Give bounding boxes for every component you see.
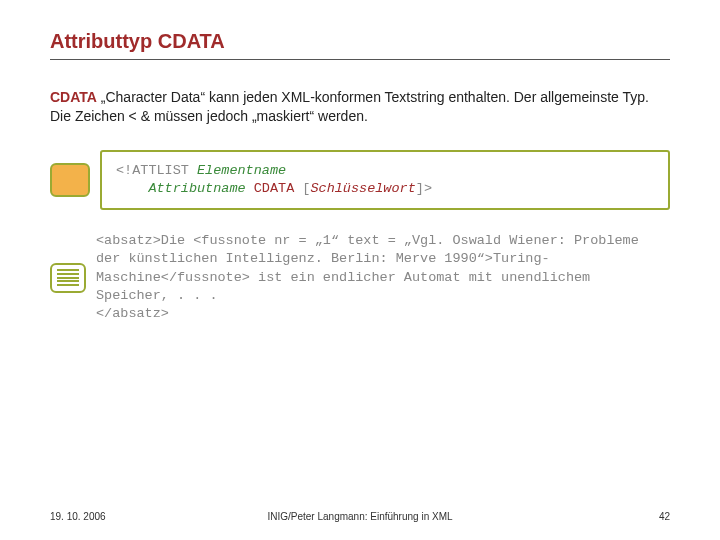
desc-keyword: CDATA bbox=[50, 89, 97, 105]
syntax-block: <!ATTLIST Elementname Attributname CDATA… bbox=[50, 150, 670, 210]
footer: 19. 10. 2006 INIG/Peter Langmann: Einfüh… bbox=[50, 511, 670, 522]
footer-center: INIG/Peter Langmann: Einführung in XML bbox=[50, 511, 670, 522]
footer-date: 19. 10. 2006 bbox=[50, 511, 106, 522]
example-block: <absatz>Die <fussnote nr = „1“ text = „V… bbox=[50, 232, 670, 323]
description-paragraph: CDATA „Character Data“ kann jeden XML-ko… bbox=[50, 88, 670, 126]
syntax-l2d: Schlüsselwort bbox=[310, 181, 415, 196]
syntax-l2a: Attributname bbox=[148, 181, 245, 196]
footer-page: 42 bbox=[659, 511, 670, 522]
example-icon bbox=[50, 263, 86, 293]
desc-text: „Character Data“ kann jeden XML-konforme… bbox=[50, 89, 649, 124]
slide-title: Attributtyp CDATA bbox=[50, 30, 670, 60]
syntax-l1a: <!ATTLIST bbox=[116, 163, 197, 178]
syntax-l2b: CDATA bbox=[246, 181, 303, 196]
syntax-l2e: ]> bbox=[416, 181, 432, 196]
syntax-icon bbox=[50, 163, 90, 197]
example-code: <absatz>Die <fussnote nr = „1“ text = „V… bbox=[96, 232, 670, 323]
syntax-l1b: Elementname bbox=[197, 163, 286, 178]
syntax-code: <!ATTLIST Elementname Attributname CDATA… bbox=[100, 150, 670, 210]
